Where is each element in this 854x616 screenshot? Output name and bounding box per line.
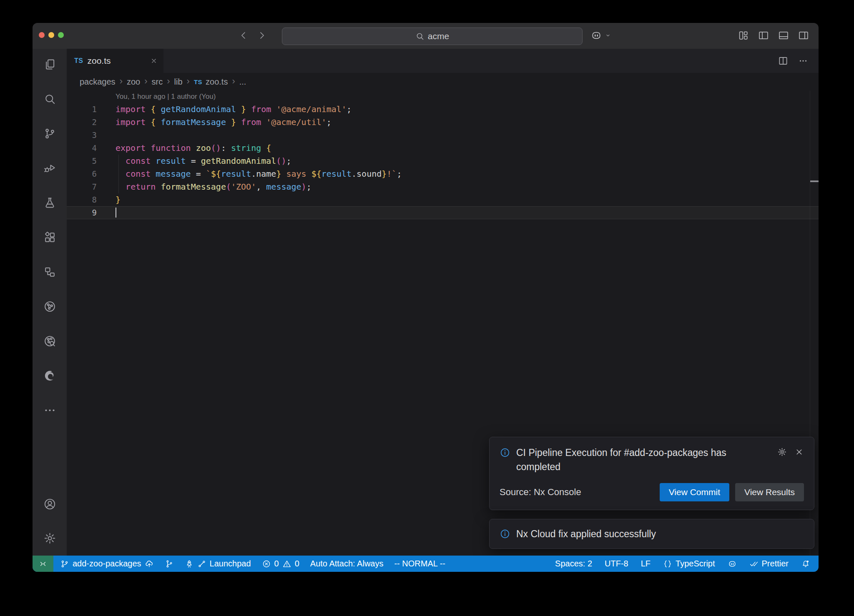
activity-item-settings[interactable] <box>41 530 58 546</box>
activity-item-extensions[interactable] <box>41 229 58 245</box>
status-item-notifications-bell[interactable] <box>801 559 810 568</box>
layout-controls <box>738 30 809 41</box>
account-icon <box>43 498 56 511</box>
layout-customize-icon[interactable] <box>738 30 749 41</box>
indent-guide <box>118 155 119 193</box>
info-icon <box>500 528 510 539</box>
tab-zoo-ts[interactable]: TS zoo.ts <box>67 49 163 73</box>
edge-swirl-icon <box>43 369 56 382</box>
code-line-1: 1import { getRandomAnimal } from '@acme/… <box>67 103 819 116</box>
close-window-button[interactable] <box>39 32 45 38</box>
notification-source: Source: Nx Console <box>500 487 581 498</box>
activity-bar <box>33 49 67 556</box>
code-line-4: 4export function zoo(): string { <box>67 142 819 155</box>
chevron-right-icon: › <box>232 77 235 86</box>
status-item-label: UTF-8 <box>605 559 628 568</box>
remote-indicator[interactable] <box>33 556 53 572</box>
notification-settings-icon[interactable] <box>777 447 787 457</box>
status-item-encoding[interactable]: UTF-8 <box>605 559 628 568</box>
overview-ruler-cursor-marker <box>810 180 819 182</box>
line-content: const message = `${result.name} says ${r… <box>97 168 402 180</box>
status-item-label: 0 <box>274 559 279 568</box>
view-commit-button[interactable]: View Commit <box>660 483 729 501</box>
code-line-8: 8} <box>67 193 819 206</box>
explorer-icon <box>43 58 56 71</box>
split-editor-icon[interactable] <box>778 55 789 66</box>
line-content: const result = getRandomAnimal(); <box>97 155 291 168</box>
status-item-label: add-zoo-packages <box>73 559 141 568</box>
view-results-button[interactable]: View Results <box>735 483 804 501</box>
line-content: return formatMessage('ZOO', message); <box>97 180 311 193</box>
more-actions-icon[interactable] <box>798 55 809 66</box>
status-item-vim-mode[interactable]: -- NORMAL -- <box>394 559 445 568</box>
status-item-git-graph[interactable] <box>165 559 174 568</box>
command-center-text: acme <box>428 31 449 41</box>
status-item-indentation[interactable]: Spaces: 2 <box>555 559 592 568</box>
line-content: import { formatMessage } from '@acme/uti… <box>97 116 332 129</box>
breadcrumb-item[interactable]: src <box>152 77 163 87</box>
graph-icon <box>197 559 206 568</box>
activity-item-source-control[interactable] <box>41 125 58 142</box>
activity-item-explorer[interactable] <box>41 56 58 73</box>
status-bar: add-zoo-packagesLaunchpad00Auto Attach: … <box>33 556 819 572</box>
activity-item-references[interactable] <box>41 263 58 280</box>
status-item-auto-attach[interactable]: Auto Attach: Always <box>310 559 384 568</box>
status-item-language[interactable]: TypeScript <box>663 559 715 568</box>
notification-close-icon[interactable] <box>794 447 804 457</box>
command-center[interactable]: acme <box>282 28 583 45</box>
ts-file-icon: TS <box>74 57 83 65</box>
warning-icon <box>282 559 291 568</box>
breadcrumb-item[interactable]: lib <box>174 77 183 87</box>
history-nav <box>238 30 268 41</box>
layout-sidebar-icon[interactable] <box>758 30 769 41</box>
activity-item-testing[interactable] <box>41 194 58 211</box>
line-content: } <box>97 193 121 206</box>
breadcrumb-item[interactable]: packages <box>80 77 116 87</box>
source-control-icon <box>43 127 56 140</box>
chevron-right-icon: › <box>144 77 147 86</box>
search-icon <box>415 32 424 41</box>
breadcrumb-file[interactable]: TSzoo.ts <box>194 77 228 87</box>
tab-close-icon[interactable] <box>150 57 158 65</box>
references-icon <box>43 265 56 278</box>
notification-tools <box>777 447 804 457</box>
activity-item-nx-console[interactable] <box>41 298 58 315</box>
remote-icon <box>38 559 48 568</box>
braces-icon <box>663 559 672 568</box>
copilot-menu[interactable] <box>590 30 612 41</box>
status-item-label: LF <box>641 559 651 568</box>
status-item-problems[interactable]: 00 <box>262 559 299 568</box>
double-check-icon <box>749 559 759 568</box>
cloud-upload-icon <box>145 559 154 568</box>
activity-item-run-debug[interactable] <box>41 160 58 176</box>
activity-item-accounts[interactable] <box>41 496 58 512</box>
forward-arrow-icon[interactable] <box>256 30 268 41</box>
status-item-label: Launchpad <box>210 559 251 568</box>
activity-item-search[interactable] <box>41 90 58 107</box>
notification-message: Nx Cloud fix applied successfully <box>516 527 656 541</box>
status-item-prettier[interactable]: Prettier <box>749 559 789 568</box>
zoom-window-button[interactable] <box>58 32 64 38</box>
status-item-git-branch[interactable]: add-zoo-packages <box>60 559 154 568</box>
breadcrumb-more[interactable]: ... <box>239 77 246 87</box>
code-lines: 1import { getRandomAnimal } from '@acme/… <box>67 103 819 219</box>
nx-cloud-icon <box>43 335 56 348</box>
activity-item-edge-tools[interactable] <box>41 367 58 384</box>
layout-secondary-sidebar-icon[interactable] <box>798 30 809 41</box>
status-bar-left: add-zoo-packagesLaunchpad00Auto Attach: … <box>53 556 445 572</box>
status-item-eol[interactable]: LF <box>641 559 651 568</box>
activity-item-nx-cloud[interactable] <box>41 333 58 349</box>
gear-icon <box>43 532 56 545</box>
activity-item-more-views[interactable] <box>41 402 58 418</box>
layout-panel-icon[interactable] <box>778 30 789 41</box>
back-arrow-icon[interactable] <box>238 30 249 41</box>
line-number: 3 <box>67 129 97 142</box>
minimize-window-button[interactable] <box>48 32 54 38</box>
line-number: 8 <box>67 193 97 206</box>
copilot-icon <box>728 559 737 568</box>
line-number: 6 <box>67 168 97 180</box>
status-item-copilot[interactable] <box>728 559 737 568</box>
breadcrumb-item[interactable]: zoo <box>127 77 140 87</box>
code-line-3: 3 <box>67 129 819 142</box>
status-item-launchpad[interactable]: Launchpad <box>185 559 251 568</box>
